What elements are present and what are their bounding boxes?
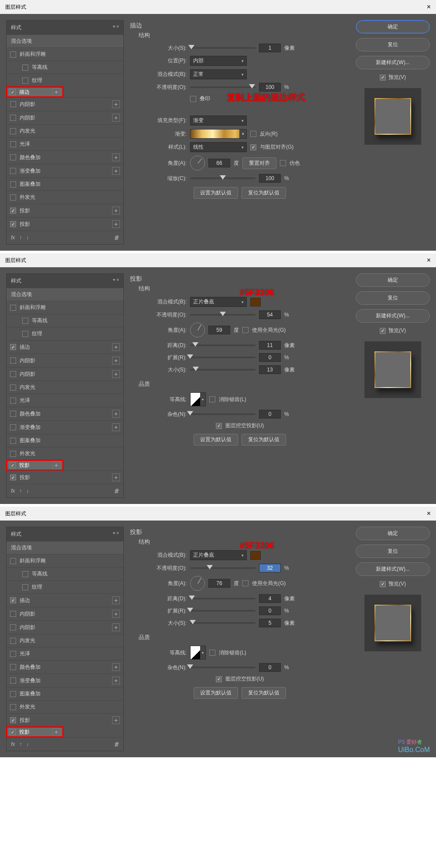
slider[interactable] <box>190 413 255 415</box>
style-item[interactable]: 光泽 <box>7 137 123 150</box>
style-item[interactable]: 渐变叠加+ <box>7 674 123 687</box>
close-icon[interactable]: × <box>427 3 431 11</box>
angle-dial[interactable] <box>190 156 205 170</box>
fill-type-select[interactable]: 渐变▾ <box>190 116 247 126</box>
noise-input[interactable]: 0 <box>259 410 281 419</box>
style-checkbox[interactable] <box>22 65 28 71</box>
style-item[interactable]: 颜色叠加+ <box>7 150 123 164</box>
style-item[interactable]: 外发光 <box>7 447 123 460</box>
spread-input[interactable]: 0 <box>259 606 281 615</box>
reverse-checkbox[interactable] <box>250 131 256 137</box>
grad-style-select[interactable]: 线性▾ <box>190 142 247 152</box>
ok-button[interactable]: 确定 <box>356 20 430 34</box>
style-item[interactable]: ✓描边+ <box>7 593 123 607</box>
slider[interactable] <box>190 344 255 346</box>
style-checkbox[interactable]: ✓ <box>10 89 16 95</box>
angle-dial[interactable] <box>190 323 205 337</box>
slider[interactable] <box>190 314 255 316</box>
overprint-checkbox[interactable] <box>190 96 196 102</box>
style-checkbox[interactable] <box>10 371 16 377</box>
style-checkbox[interactable] <box>22 571 28 577</box>
style-checkbox[interactable] <box>10 691 16 697</box>
style-item[interactable]: 图案叠加 <box>7 177 123 191</box>
style-item[interactable]: 光泽 <box>7 394 123 407</box>
set-default-button[interactable]: 设置为默认值 <box>194 434 238 446</box>
style-checkbox[interactable]: ✓ <box>10 344 16 350</box>
reset-default-button[interactable]: 复位为默认值 <box>242 187 286 199</box>
cancel-button[interactable]: 复位 <box>356 545 430 558</box>
preview-checkbox[interactable]: ✓ <box>380 581 386 587</box>
style-checkbox[interactable] <box>10 128 16 134</box>
style-item[interactable]: ✓投影+ <box>7 727 63 737</box>
color-swatch[interactable] <box>250 298 261 306</box>
add-effect-icon[interactable]: + <box>112 410 120 418</box>
ok-button[interactable]: 确定 <box>356 527 430 540</box>
style-item[interactable]: ✓投影+ <box>7 460 63 470</box>
style-item[interactable]: 内发光 <box>7 634 123 647</box>
slider[interactable] <box>190 567 255 569</box>
style-checkbox[interactable] <box>10 181 16 187</box>
reset-default-button[interactable]: 复位为默认值 <box>242 687 286 699</box>
style-checkbox[interactable] <box>10 411 16 417</box>
knockout-checkbox[interactable]: ✓ <box>216 423 222 429</box>
fx-icon[interactable]: fx <box>11 488 15 494</box>
style-item[interactable]: 外发光 <box>7 700 123 713</box>
preview-checkbox[interactable]: ✓ <box>380 328 386 334</box>
style-item[interactable]: 内阴影+ <box>7 111 123 124</box>
blend-options[interactable]: 混合选项 <box>7 288 123 301</box>
knockout-checkbox[interactable]: ✓ <box>216 676 222 682</box>
slider[interactable] <box>190 598 255 599</box>
add-effect-icon[interactable]: + <box>112 114 120 122</box>
new-style-button[interactable]: 新建样式(W)... <box>356 56 430 69</box>
add-effect-icon[interactable]: + <box>112 473 120 481</box>
style-checkbox[interactable] <box>10 611 16 617</box>
style-checkbox[interactable] <box>22 331 28 337</box>
style-item[interactable]: ✓投影+ <box>7 204 123 217</box>
add-effect-icon[interactable]: + <box>52 728 60 736</box>
contour-picker[interactable]: ▾ <box>190 646 206 660</box>
style-checkbox[interactable] <box>10 438 16 444</box>
style-checkbox[interactable] <box>10 101 16 107</box>
style-item[interactable]: ✓投影+ <box>7 470 123 484</box>
style-checkbox[interactable] <box>10 677 16 684</box>
style-checkbox[interactable] <box>10 357 16 364</box>
add-effect-icon[interactable]: + <box>112 716 120 724</box>
add-effect-icon[interactable]: + <box>52 461 60 469</box>
style-item[interactable]: 内阴影+ <box>7 367 123 381</box>
new-style-button[interactable]: 新建样式(W)... <box>356 562 430 576</box>
arrow-up-icon[interactable]: ↑ <box>19 235 22 241</box>
style-checkbox[interactable]: ✓ <box>10 208 16 214</box>
add-effect-icon[interactable]: + <box>112 100 120 108</box>
slider[interactable] <box>190 369 255 371</box>
style-checkbox[interactable] <box>22 78 28 84</box>
scale-input[interactable]: 100 <box>259 174 281 183</box>
blend-mode-select[interactable]: 正片叠底▾ <box>190 297 247 307</box>
style-item[interactable]: ✓描边+ <box>7 87 63 97</box>
add-effect-icon[interactable]: + <box>112 343 120 351</box>
dither-checkbox[interactable] <box>280 160 286 166</box>
ok-button[interactable]: 确定 <box>356 273 430 287</box>
style-checkbox[interactable] <box>10 141 16 147</box>
style-item[interactable]: 颜色叠加+ <box>7 660 123 674</box>
style-checkbox[interactable]: ✓ <box>10 717 16 723</box>
preview-checkbox[interactable]: ✓ <box>380 75 386 81</box>
close-icon[interactable]: × <box>427 510 431 517</box>
arrow-up-icon[interactable]: ↑ <box>19 741 22 747</box>
cancel-button[interactable]: 复位 <box>356 38 430 51</box>
style-item[interactable]: 颜色叠加+ <box>7 407 123 420</box>
add-effect-icon[interactable]: + <box>112 167 120 175</box>
style-checkbox[interactable] <box>10 424 16 430</box>
reset-align-button[interactable]: 重置对齐 <box>242 157 276 169</box>
trash-icon[interactable]: 🗑 <box>114 741 119 747</box>
style-item[interactable]: 斜面和浮雕 <box>7 48 123 61</box>
add-effect-icon[interactable]: + <box>112 207 120 214</box>
color-swatch[interactable] <box>250 551 261 560</box>
style-checkbox[interactable] <box>10 385 16 391</box>
style-checkbox[interactable] <box>10 704 16 710</box>
style-item[interactable]: ✓投影+ <box>7 713 123 727</box>
size-input[interactable]: 1 <box>259 44 281 52</box>
slider[interactable] <box>190 177 255 179</box>
style-item[interactable]: 内阴影+ <box>7 607 123 620</box>
panel-menu-icon[interactable]: ▾ ≡ <box>113 531 119 538</box>
arrow-down-icon[interactable]: ↓ <box>26 235 29 241</box>
